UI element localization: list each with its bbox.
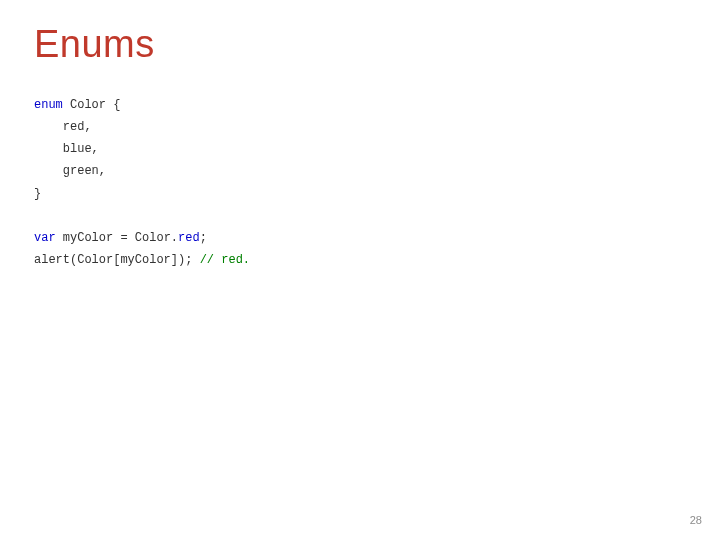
code-text: alert(Color[myColor]); [34,253,200,267]
slide: Enums enum Color { red, blue, green, } v… [0,0,720,540]
code-text: ; [200,231,207,245]
code-comment: // red. [200,253,250,267]
code-block: enum Color { red, blue, green, } var myC… [34,94,686,272]
code-text: green, [34,164,106,178]
code-text: Color { [63,98,121,112]
page-number: 28 [690,514,702,526]
slide-title: Enums [34,24,686,66]
code-text: myColor = Color. [56,231,178,245]
code-text: blue, [34,142,99,156]
code-keyword: var [34,231,56,245]
code-property: red [178,231,200,245]
code-text: red, [34,120,92,134]
code-text: } [34,187,41,201]
code-keyword: enum [34,98,63,112]
